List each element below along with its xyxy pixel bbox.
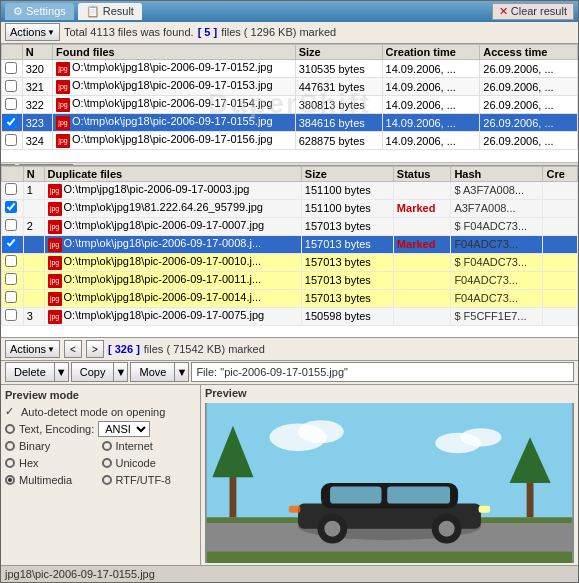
text-radio[interactable] bbox=[5, 424, 15, 434]
row-created: 14.09.2006, ... bbox=[382, 60, 480, 78]
dup-table-row[interactable]: jpgO:\tmp\ok\jpg18\pic-2006-09-17-0008.j… bbox=[2, 235, 578, 253]
row-created: 14.09.2006, ... bbox=[382, 78, 480, 96]
dup-size: 157013 bytes bbox=[301, 235, 393, 253]
status-badge: Marked bbox=[397, 238, 436, 250]
table-row[interactable]: 322 jpgO:\tmp\ok\jpg18\pic-2006-09-17-01… bbox=[2, 96, 578, 114]
move-dropdown[interactable]: ▼ bbox=[175, 362, 189, 382]
dup-n bbox=[23, 235, 44, 253]
dup-checkbox[interactable] bbox=[2, 235, 24, 253]
dup-hash: F04ADC73... bbox=[451, 271, 543, 289]
dup-n: 1 bbox=[23, 181, 44, 199]
table-row[interactable]: 324 jpgO:\tmp\ok\jpg18\pic-2006-09-17-01… bbox=[2, 132, 578, 150]
bottom-size: files ( 71542 KB) marked bbox=[144, 343, 265, 355]
row-checkbox[interactable] bbox=[2, 60, 23, 78]
dup-checkbox[interactable] bbox=[2, 199, 24, 217]
actions-found-button[interactable]: Actions ▼ bbox=[5, 23, 60, 41]
table-row[interactable]: 323 jpgO:\tmp\ok\jpg18\pic-2006-09-17-01… bbox=[2, 114, 578, 132]
file-icon: jpg bbox=[56, 116, 70, 130]
file-icon: jpg bbox=[48, 310, 62, 324]
hex-radio[interactable] bbox=[5, 458, 15, 468]
clear-result-button[interactable]: ✕ Clear result bbox=[492, 3, 574, 20]
copy-split-button[interactable]: Copy ▼ bbox=[71, 362, 129, 382]
encoding-select[interactable]: ANSI bbox=[98, 421, 150, 437]
row-size: 380813 bytes bbox=[295, 96, 382, 114]
table-row[interactable]: 320 jpgO:\tmp\ok\jpg18\pic-2006-09-17-01… bbox=[2, 60, 578, 78]
dup-hash: A3F7A008... bbox=[451, 199, 543, 217]
dup-table-row[interactable]: jpgO:\tmp\ok\jpg18\pic-2006-09-17-0014.j… bbox=[2, 289, 578, 307]
auto-detect-row: ✓ Auto-detect mode on opening bbox=[5, 405, 196, 418]
row-checkbox[interactable] bbox=[2, 96, 23, 114]
table-row[interactable]: 321 jpgO:\tmp\ok\jpg18\pic-2006-09-17-01… bbox=[2, 78, 578, 96]
delete-button[interactable]: Delete bbox=[5, 362, 55, 382]
file-icon: jpg bbox=[56, 98, 70, 112]
dup-cre bbox=[543, 199, 578, 217]
rtf-radio[interactable] bbox=[102, 475, 112, 485]
dup-checkbox[interactable] bbox=[2, 217, 24, 235]
actions-bottom-button[interactable]: Actions ▼ bbox=[5, 340, 60, 358]
dup-hash: F04ADC73... bbox=[451, 235, 543, 253]
text-encoding-row: Text, Encoding: ANSI bbox=[5, 421, 196, 437]
move-split-button[interactable]: Move ▼ bbox=[130, 362, 189, 382]
auto-detect-label: Auto-detect mode on opening bbox=[21, 406, 165, 418]
row-n: 324 bbox=[22, 132, 52, 150]
preview-mode-title: Preview mode bbox=[5, 389, 196, 401]
auto-detect-check[interactable]: ✓ bbox=[5, 405, 17, 418]
dup-table-row[interactable]: 3 jpgO:\tmp\ok\jpg18\pic-2006-09-17-0075… bbox=[2, 307, 578, 325]
dup-table-row[interactable]: 2 jpgO:\tmp\ok\jpg18\pic-2006-09-17-0007… bbox=[2, 217, 578, 235]
dup-checkbox[interactable] bbox=[2, 289, 24, 307]
multimedia-radio[interactable] bbox=[5, 475, 15, 485]
dup-hash: $ F04ADC73... bbox=[451, 253, 543, 271]
row-checkbox[interactable] bbox=[2, 78, 23, 96]
dup-size: 157013 bytes bbox=[301, 253, 393, 271]
copy-button[interactable]: Copy bbox=[71, 362, 115, 382]
rtf-row: RTF/UTF-8 bbox=[102, 474, 197, 486]
row-size: 447631 bytes bbox=[295, 78, 382, 96]
svg-point-21 bbox=[460, 428, 501, 446]
file-icon: jpg bbox=[56, 62, 70, 76]
dup-table-row[interactable]: jpgO:\tmp\ok\jpg18\pic-2006-09-17-0010.j… bbox=[2, 253, 578, 271]
dup-status bbox=[393, 253, 451, 271]
file-icon: jpg bbox=[48, 202, 62, 216]
dup-checkbox[interactable] bbox=[2, 271, 24, 289]
dup-n bbox=[23, 199, 44, 217]
dup-table-row[interactable]: jpgO:\tmp\ok\jpg18\pic-2006-09-17-0011.j… bbox=[2, 271, 578, 289]
tab-settings[interactable]: ⚙ Settings bbox=[5, 3, 74, 20]
row-n: 323 bbox=[22, 114, 52, 132]
internet-label: Internet bbox=[116, 440, 153, 452]
binary-radio[interactable] bbox=[5, 441, 15, 451]
row-n: 320 bbox=[22, 60, 52, 78]
row-checkbox[interactable] bbox=[2, 132, 23, 150]
chevron-down-icon5: ▼ bbox=[176, 366, 187, 378]
dup-checkbox[interactable] bbox=[2, 181, 24, 199]
row-access: 26.09.2006, ... bbox=[480, 96, 578, 114]
car-image bbox=[205, 403, 574, 563]
dup-checkbox[interactable] bbox=[2, 307, 24, 325]
prev-button[interactable]: < bbox=[64, 340, 82, 358]
dup-checkbox[interactable] bbox=[2, 253, 24, 271]
col-found-files: Found files bbox=[53, 45, 296, 60]
internet-radio[interactable] bbox=[102, 441, 112, 451]
tab-result[interactable]: 📋 Result bbox=[78, 3, 142, 20]
row-created: 14.09.2006, ... bbox=[382, 114, 480, 132]
delete-dropdown[interactable]: ▼ bbox=[55, 362, 69, 382]
delete-split-button[interactable]: Delete ▼ bbox=[5, 362, 69, 382]
settings-icon: ⚙ bbox=[13, 5, 23, 18]
copy-dropdown[interactable]: ▼ bbox=[114, 362, 128, 382]
dup-table-row[interactable]: jpgO:\tmp\ok\jpg19\81.222.64.26_95799.jp… bbox=[2, 199, 578, 217]
file-icon: jpg bbox=[48, 220, 62, 234]
dup-col-n: N bbox=[23, 166, 44, 181]
unicode-radio[interactable] bbox=[102, 458, 112, 468]
move-button[interactable]: Move bbox=[130, 362, 175, 382]
svg-point-9 bbox=[324, 521, 340, 537]
title-bar: ⚙ Settings 📋 Result ✕ Clear result bbox=[1, 1, 578, 22]
file-icon: jpg bbox=[56, 80, 70, 94]
dup-file: jpgO:\tmp\ok\jpg18\pic-2006-09-17-0010.j… bbox=[44, 253, 301, 271]
dup-size: 157013 bytes bbox=[301, 289, 393, 307]
row-created: 14.09.2006, ... bbox=[382, 132, 480, 150]
chevron-down-icon3: ▼ bbox=[56, 366, 67, 378]
dup-files-table: N Duplicate files Size Status Hash Cre 1… bbox=[1, 166, 578, 339]
dup-table-row[interactable]: 1 jpgO:\tmp\jpg18\pic-2006-09-17-0003.jp… bbox=[2, 181, 578, 199]
dup-n: 2 bbox=[23, 217, 44, 235]
next-button[interactable]: > bbox=[86, 340, 104, 358]
row-checkbox[interactable] bbox=[2, 114, 23, 132]
